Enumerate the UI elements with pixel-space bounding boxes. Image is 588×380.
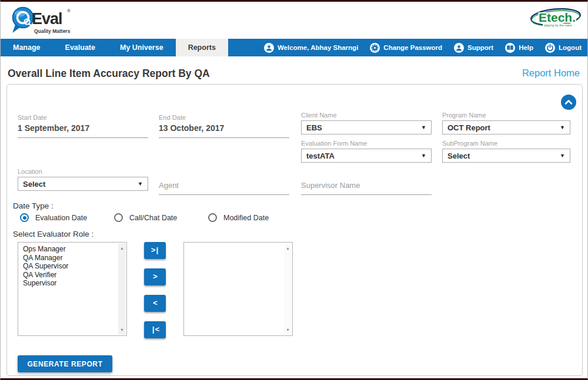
radio-call-chat-date-label: Call/Chat Date — [129, 214, 177, 222]
report-home-link[interactable]: Report Home — [522, 68, 580, 79]
end-date-value[interactable]: 13 October, 2017 — [159, 123, 224, 133]
radio-unselected-icon[interactable] — [208, 213, 217, 222]
subprogram-name-select[interactable]: Select ▼ — [442, 149, 570, 163]
location-field: Location Select ▼ — [18, 168, 148, 191]
page-title: Overall Line Item Accuracy Report By QA — [8, 68, 210, 80]
user-icon — [264, 43, 274, 53]
radio-unselected-icon[interactable] — [114, 213, 123, 222]
report-filter-panel: Start Date 1 September, 2017 End Date 13… — [6, 84, 583, 376]
date-type-label: Date Type : — [13, 201, 54, 210]
start-date-label: Start Date — [18, 114, 148, 121]
supervisor-name-placeholder: Supervisor Name — [301, 181, 360, 190]
dropdown-caret-icon: ▼ — [421, 125, 426, 130]
supervisor-name-input[interactable]: Supervisor Name — [301, 180, 432, 195]
collapse-panel-button[interactable] — [561, 95, 576, 110]
scroll-up-icon[interactable]: ▲ — [284, 244, 292, 252]
nav-user-menu: Welcome, Abhay Sharngi Change Password S… — [264, 39, 587, 56]
support-label: Support — [467, 44, 493, 51]
start-date-value[interactable]: 1 September, 2017 — [18, 123, 89, 133]
evaluation-form-name-value: testATA — [306, 152, 335, 160]
nav-tab-evaluate[interactable]: Evaluate — [53, 39, 108, 56]
subprogram-name-field: SubProgram Name Select ▼ — [442, 140, 570, 163]
support-icon — [454, 43, 464, 53]
scrollbar[interactable]: ▲ ▼ — [118, 243, 126, 335]
radio-evaluation-date[interactable]: Evaluation Date — [20, 213, 114, 222]
location-label: Location — [18, 168, 148, 175]
evaluation-form-name-select[interactable]: testATA ▼ — [301, 149, 432, 163]
evaluation-form-name-label: Evaluation Form Name — [301, 140, 432, 147]
list-item[interactable]: QA Manager — [18, 254, 118, 263]
scroll-down-icon[interactable]: ▼ — [118, 326, 126, 334]
dropdown-caret-icon: ▼ — [560, 125, 565, 130]
date-type-options: Evaluation Date Call/Chat Date Modified … — [20, 213, 269, 222]
dropdown-caret-icon: ▼ — [421, 153, 426, 159]
qeval-wordmark: Eval — [32, 10, 62, 28]
start-date-field[interactable]: Start Date 1 September, 2017 — [18, 114, 148, 138]
subprogram-name-label: SubProgram Name — [442, 140, 570, 147]
radio-selected-icon[interactable] — [20, 213, 29, 222]
chevron-up-icon — [561, 95, 576, 110]
welcome-user[interactable]: Welcome, Abhay Sharngi — [264, 43, 358, 53]
available-roles-items: Ops Manager QA Manager QA Supervisor QA … — [18, 246, 118, 288]
logout-icon — [545, 43, 555, 53]
etech-logo-icon: Etech. playing by the rules — [529, 6, 583, 32]
move-right-button[interactable]: > — [144, 268, 166, 285]
etech-wordmark: Etech. — [539, 11, 576, 24]
agent-input[interactable]: Agent — [159, 180, 289, 195]
evaluator-role-label: Select Evaluator Role : — [13, 230, 93, 238]
qeval-tagline: Quality Matters — [34, 28, 71, 34]
generate-report-button[interactable]: GENERATE REPORT — [18, 355, 112, 372]
client-name-value: EBS — [306, 123, 322, 132]
agent-placeholder: Agent — [159, 181, 179, 190]
scroll-up-icon[interactable]: ▲ — [118, 244, 126, 252]
location-value: Select — [23, 180, 45, 189]
main-navbar: Manage Evaluate My Universe Reports Welc… — [1, 39, 587, 56]
radio-call-chat-date[interactable]: Call/Chat Date — [114, 213, 208, 222]
dropdown-caret-icon: ▼ — [560, 153, 565, 159]
available-roles-listbox[interactable]: Ops Manager QA Manager QA Supervisor QA … — [18, 242, 127, 336]
list-item[interactable]: QA Supervisor — [18, 263, 118, 271]
program-name-select[interactable]: OCT Report ▼ — [442, 120, 570, 134]
list-item[interactable]: Ops Manager — [18, 246, 118, 254]
gear-icon — [370, 43, 380, 53]
support[interactable]: Support — [454, 43, 493, 53]
radio-evaluation-date-label: Evaluation Date — [35, 214, 87, 222]
qeval-logo: Eval ® Quality Matters — [10, 5, 83, 39]
header: Eval ® Quality Matters Etech. playing by… — [1, 2, 587, 39]
location-select[interactable]: Select ▼ — [18, 177, 148, 191]
help-icon — [505, 43, 515, 53]
scrollbar[interactable]: ▲ ▼ — [284, 243, 292, 335]
etech-logo: Etech. playing by the rules — [529, 6, 583, 35]
list-item[interactable]: Supervisor — [18, 280, 118, 288]
nav-tab-manage[interactable]: Manage — [1, 39, 53, 56]
help-label: Help — [519, 44, 533, 51]
program-name-label: Program Name — [442, 112, 570, 119]
radio-modified-date[interactable]: Modified Date — [208, 213, 269, 222]
subprogram-name-value: Select — [447, 152, 470, 160]
nav-tab-reports[interactable]: Reports — [176, 39, 228, 56]
scroll-down-icon[interactable]: ▼ — [284, 326, 292, 334]
client-name-select[interactable]: EBS ▼ — [301, 120, 432, 134]
list-item[interactable]: QA Verifier — [18, 271, 118, 280]
selected-roles-listbox[interactable]: ▲ ▼ — [183, 242, 293, 336]
logout[interactable]: Logout — [545, 43, 582, 53]
client-name-field: Client Name EBS ▼ — [301, 112, 432, 134]
help[interactable]: Help — [505, 43, 533, 53]
change-password[interactable]: Change Password — [370, 43, 442, 53]
program-name-value: OCT Report — [447, 123, 490, 132]
move-left-button[interactable]: < — [144, 295, 166, 312]
etech-tagline: playing by the rules — [544, 23, 572, 27]
radio-modified-date-label: Modified Date — [223, 214, 269, 222]
evaluation-form-name-field: Evaluation Form Name testATA ▼ — [301, 140, 432, 163]
client-name-label: Client Name — [301, 112, 432, 119]
change-password-label: Change Password — [383, 44, 442, 51]
logout-label: Logout — [559, 44, 582, 51]
move-all-left-button[interactable]: |< — [144, 321, 166, 338]
registered-mark: ® — [67, 8, 71, 14]
dropdown-caret-icon: ▼ — [138, 181, 143, 187]
move-all-right-button[interactable]: >| — [144, 242, 166, 259]
qeval-logo-icon: Eval ® Quality Matters — [10, 5, 83, 37]
nav-tabs: Manage Evaluate My Universe Reports — [1, 39, 228, 56]
nav-tab-my-universe[interactable]: My Universe — [108, 39, 176, 56]
end-date-field[interactable]: End Date 13 October, 2017 — [159, 114, 289, 138]
